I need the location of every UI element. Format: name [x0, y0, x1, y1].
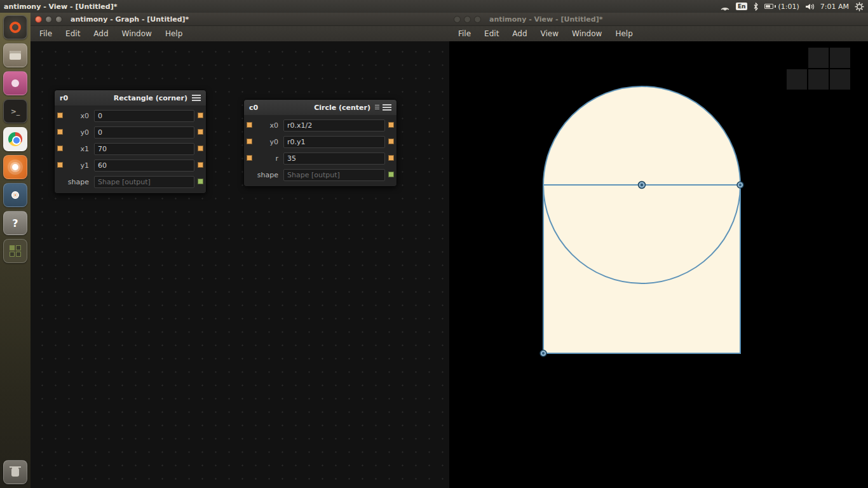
field-label: x1 [66, 145, 89, 153]
help-icon: ? [12, 217, 18, 229]
volume-icon[interactable] [805, 3, 815, 11]
rendered-shape [449, 41, 868, 488]
field-input[interactable]: 0 [94, 126, 194, 139]
shape-output-port[interactable] [388, 172, 394, 177]
handle-circle-center[interactable] [639, 182, 646, 189]
node-r0[interactable]: r0 Rectangle (corner) x0 0 y0 0 [54, 90, 207, 194]
handle-rect-bottom-left[interactable] [540, 350, 546, 356]
menu-edit[interactable]: Edit [484, 29, 499, 38]
launcher-item-help[interactable]: ? [3, 211, 27, 235]
input-port[interactable] [57, 146, 63, 151]
menu-file[interactable]: File [458, 29, 471, 38]
media-icon [11, 79, 19, 87]
shape-output-port[interactable] [198, 179, 203, 184]
launcher-item-terminal[interactable]: >_ [3, 99, 27, 123]
node-grip-icon[interactable] [375, 105, 379, 111]
handle-rect-top-right[interactable] [737, 182, 743, 188]
top-panel: antimony - View - [Untitled]* En (1:01) … [0, 0, 868, 13]
field-input[interactable]: 35 [283, 152, 385, 165]
shape-output-row: shape Shape [output] [55, 173, 206, 190]
field-input[interactable]: r0.y1 [283, 136, 385, 148]
input-port[interactable] [57, 162, 63, 168]
launcher-item-media-player[interactable] [3, 71, 27, 95]
node-menu-icon[interactable] [383, 104, 391, 111]
bluetooth-icon[interactable] [753, 3, 759, 11]
output-port[interactable] [198, 129, 203, 135]
menu-add[interactable]: Add [512, 29, 527, 38]
menu-help[interactable]: Help [615, 29, 632, 38]
menu-window[interactable]: Window [122, 29, 152, 38]
node-id: c0 [249, 104, 258, 112]
input-port[interactable] [247, 139, 252, 144]
session-gear-icon[interactable] [855, 2, 864, 11]
menu-edit[interactable]: Edit [65, 29, 80, 38]
graph-titlebar[interactable]: antimony - Graph - [Untitled]* [31, 13, 449, 26]
rectangle-fill [543, 185, 740, 353]
indicator-tray: En (1:01) 7:01 AM [720, 2, 864, 11]
battery-indicator[interactable]: (1:01) [764, 3, 799, 11]
node-r0-header[interactable]: r0 Rectangle (corner) [55, 90, 206, 105]
launcher-item-blender[interactable] [3, 183, 27, 207]
files-icon [10, 51, 21, 60]
shape-output-value: Shape [output] [94, 176, 194, 188]
output-port[interactable] [388, 139, 394, 144]
panel-app-title: antimony - View - [Untitled]* [4, 3, 117, 11]
menu-add[interactable]: Add [93, 29, 108, 38]
node-c0-header[interactable]: c0 Circle (center) [244, 100, 397, 115]
launcher-item-chrome[interactable] [3, 127, 27, 151]
node-menu-icon[interactable] [192, 95, 201, 101]
menu-file[interactable]: File [39, 29, 52, 38]
field-row-x0: x0 r0.x1/2 [244, 117, 397, 133]
ubuntu-logo-icon [10, 22, 21, 33]
launcher-item-dash-home[interactable] [3, 15, 27, 39]
battery-time: (1:01) [778, 3, 799, 11]
output-port[interactable] [198, 162, 203, 168]
close-button[interactable] [35, 16, 42, 23]
maximize-button[interactable] [55, 16, 62, 23]
field-row-y0: y0 r0.y1 [244, 133, 397, 150]
launcher-item-trash[interactable] [3, 460, 27, 484]
view-window-title: antimony - View - [Untitled]* [489, 15, 602, 24]
graph-window: antimony - Graph - [Untitled]* File Edit… [31, 13, 449, 488]
grid-orientation-indicator [787, 48, 850, 90]
field-input[interactable]: 0 [94, 110, 194, 122]
menu-view[interactable]: View [541, 29, 559, 38]
input-port[interactable] [57, 112, 63, 118]
output-port[interactable] [388, 122, 394, 128]
input-port[interactable] [247, 122, 252, 128]
maximize-button[interactable] [474, 16, 481, 23]
field-row-y1: y1 60 [55, 157, 206, 173]
view-titlebar[interactable]: antimony - View - [Untitled]* [449, 13, 868, 26]
field-input[interactable]: r0.x1/2 [283, 119, 385, 132]
field-label: shape [255, 171, 278, 179]
field-label: r [255, 154, 278, 163]
input-port[interactable] [247, 155, 252, 161]
launcher-item-rhythmbox[interactable] [3, 155, 27, 179]
trash-icon [11, 468, 19, 477]
output-port[interactable] [388, 155, 394, 161]
minimize-button[interactable] [45, 16, 52, 23]
network-icon[interactable] [720, 3, 730, 11]
close-button[interactable] [454, 16, 461, 23]
field-input[interactable]: 60 [94, 159, 194, 172]
output-port[interactable] [198, 146, 203, 151]
view-window: antimony - View - [Untitled]* File Edit … [449, 13, 868, 488]
menu-window[interactable]: Window [572, 29, 602, 38]
launcher-item-files[interactable] [3, 43, 27, 67]
input-port[interactable] [57, 129, 63, 135]
clock[interactable]: 7:01 AM [820, 3, 849, 11]
view-canvas[interactable] [449, 41, 868, 488]
chrome-icon [8, 132, 22, 146]
rhythmbox-icon [12, 164, 18, 170]
node-c0[interactable]: c0 Circle (center) x0 r0.x1/2 y0 r0.y1 [243, 99, 397, 187]
workspace-icon [10, 245, 21, 257]
keyboard-layout-indicator[interactable]: En [736, 3, 748, 10]
minimize-button[interactable] [464, 16, 471, 23]
field-label: shape [66, 178, 89, 186]
graph-canvas[interactable]: r0 Rectangle (corner) x0 0 y0 0 [31, 41, 449, 488]
menu-help[interactable]: Help [165, 29, 182, 38]
launcher-item-workspace-switcher[interactable] [3, 239, 27, 263]
graph-menubar: File Edit Add Window Help [31, 26, 449, 41]
field-input[interactable]: 70 [94, 143, 194, 155]
output-port[interactable] [198, 112, 203, 118]
